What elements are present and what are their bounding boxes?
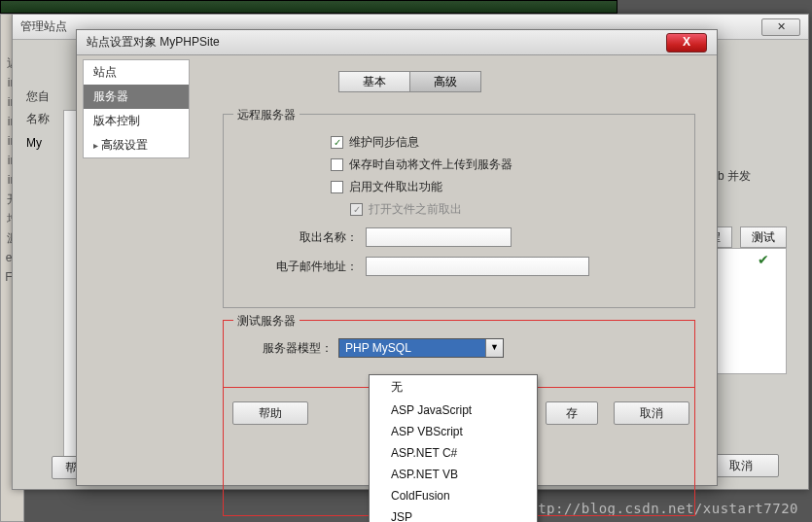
inner-title: 站点设置对象 MyPHPSite: [87, 34, 220, 51]
checkbox-sync[interactable]: [331, 136, 343, 149]
email-input[interactable]: [366, 257, 589, 276]
checkbox-checkout[interactable]: [331, 181, 343, 193]
server-model-select[interactable]: PHP MySQL ▼: [338, 338, 504, 358]
label-email: 电子邮件地址：: [263, 259, 358, 275]
cancel-button[interactable]: 取消: [614, 401, 689, 425]
checkbox-autoupload[interactable]: [331, 158, 343, 171]
nav-version[interactable]: 版本控制: [84, 109, 189, 133]
close-icon[interactable]: ✕: [761, 18, 800, 36]
tab-advanced[interactable]: 高级: [409, 71, 481, 92]
site-settings-dialog: 站点设置对象 MyPHPSite X 站点 服务器 版本控制 高级设置 基本 高…: [76, 29, 718, 486]
nav-advanced[interactable]: 高级设置: [84, 133, 189, 157]
label-checkout-name: 取出名称：: [263, 229, 358, 246]
check-icon: ✔: [758, 252, 769, 267]
remote-legend: 远程服务器: [233, 107, 300, 123]
tab-basic[interactable]: 基本: [338, 71, 410, 92]
col-test[interactable]: 测试: [740, 226, 787, 248]
server-model-value: PHP MySQL: [339, 339, 485, 357]
remote-server-group: 远程服务器 维护同步信息 保存时自动将文件上传到服务器 启用文件取出功能 打开文…: [223, 114, 695, 308]
chevron-down-icon: ▼: [485, 339, 503, 357]
checkbox-open-before: [350, 203, 363, 216]
help-button[interactable]: 帮助: [232, 401, 308, 425]
close-icon[interactable]: X: [666, 33, 707, 52]
option-aspnet-cs[interactable]: ASP.NET C#: [370, 442, 537, 464]
save-button[interactable]: 存: [546, 401, 598, 425]
option-coldfusion[interactable]: ColdFusion: [370, 485, 537, 506]
outer-title: 管理站点: [20, 18, 67, 35]
category-nav: 站点 服务器 版本控制 高级设置: [83, 59, 190, 158]
nav-servers[interactable]: 服务器: [84, 85, 189, 109]
test-legend: 测试服务器: [233, 313, 300, 330]
inner-titlebar[interactable]: 站点设置对象 MyPHPSite X: [77, 30, 717, 55]
option-asp-js[interactable]: ASP JavaScript: [370, 400, 537, 421]
nav-site[interactable]: 站点: [84, 60, 189, 85]
option-jsp[interactable]: JSP: [370, 506, 537, 522]
option-aspnet-vb[interactable]: ASP.NET VB: [370, 464, 537, 485]
server-model-dropdown[interactable]: 无 ASP JavaScript ASP VBScript ASP.NET C#…: [369, 374, 538, 522]
label-server-model: 服务器模型：: [257, 340, 333, 357]
option-asp-vbs[interactable]: ASP VBScript: [370, 421, 537, 442]
checkout-name-input[interactable]: [366, 227, 512, 247]
option-none[interactable]: 无: [370, 375, 537, 400]
